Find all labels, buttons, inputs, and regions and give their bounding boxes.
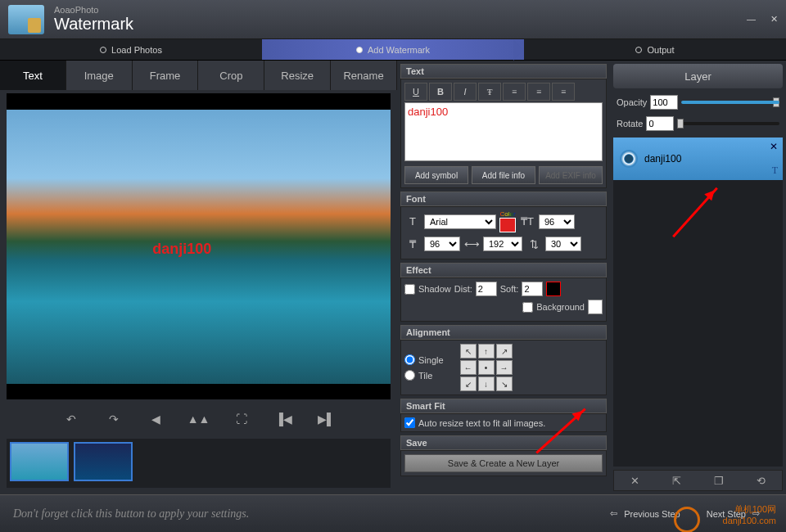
font-h-select[interactable]: 96: [424, 237, 460, 251]
align-center-button[interactable]: ≡: [527, 83, 550, 101]
shadow-dist-input[interactable]: [476, 282, 497, 296]
watermark-text-input[interactable]: danji100: [404, 102, 603, 161]
shadow-color-swatch[interactable]: [546, 282, 561, 296]
step-nav: Load Photos Add Watermark Output: [0, 39, 786, 61]
preview-area: danji100: [7, 93, 391, 399]
line-h-select[interactable]: 30: [545, 237, 581, 251]
font-height-icon: ₸: [404, 236, 421, 252]
tab-resize[interactable]: Resize: [264, 61, 331, 90]
strikethrough-button[interactable]: Ŧ: [478, 83, 501, 101]
align-right-button[interactable]: ≡: [552, 83, 575, 101]
tab-text[interactable]: Text: [0, 61, 66, 90]
align-r[interactable]: →: [496, 360, 513, 375]
align-tr[interactable]: ↗: [496, 344, 513, 358]
flip-v-icon[interactable]: ▲▲: [190, 410, 208, 428]
layer-export-button[interactable]: ⇱: [672, 475, 681, 487]
opacity-input[interactable]: [650, 95, 678, 110]
site-logo-icon: [674, 507, 700, 532]
auto-resize-checkbox[interactable]: Auto resize text to fit all images.: [404, 417, 603, 428]
tab-image[interactable]: Image: [66, 61, 133, 90]
italic-button[interactable]: I: [454, 83, 477, 101]
font-size-icon: ₸T: [519, 214, 535, 230]
app-logo: [8, 5, 44, 34]
font-family-select[interactable]: Arial: [424, 214, 496, 229]
brand-name: AoaoPhoto: [54, 5, 747, 15]
font-family-icon: T: [404, 214, 421, 230]
rotate-slider[interactable]: [677, 122, 779, 125]
align-l[interactable]: ←: [460, 360, 477, 375]
fullscreen-icon[interactable]: ⛶: [233, 410, 251, 428]
layer-type-icon: T: [772, 165, 778, 177]
next-image-icon[interactable]: ▶▌: [318, 410, 336, 428]
layer-tools: ✕ ⇱ ❐ ⟲: [613, 470, 783, 491]
thumbnail-strip: [7, 439, 391, 488]
next-step-button[interactable]: Next Step⇨ 单机100网 danji100.com: [693, 508, 773, 519]
minimize-icon[interactable]: —: [747, 14, 756, 25]
align-tile-radio[interactable]: Tile: [404, 370, 444, 381]
shadow-soft-input[interactable]: [522, 282, 543, 296]
font-width-icon: ⟷: [463, 236, 480, 252]
opacity-slider[interactable]: [681, 101, 779, 104]
align-left-button[interactable]: ≡: [503, 83, 526, 101]
layer-duplicate-button[interactable]: ❐: [714, 475, 724, 487]
shadow-checkbox[interactable]: Shadow: [404, 284, 451, 295]
align-bl[interactable]: ↙: [460, 376, 477, 391]
preview-image: danji100: [7, 110, 391, 384]
align-b[interactable]: ↓: [478, 376, 495, 391]
tab-frame[interactable]: Frame: [133, 61, 199, 90]
align-c[interactable]: •: [478, 360, 495, 375]
footer: Don't forget click this button to apply …: [0, 494, 786, 532]
app-name: Watermark: [54, 15, 747, 34]
tab-crop[interactable]: Crop: [198, 61, 264, 90]
section-effect-header: Effect: [400, 263, 607, 277]
step-output[interactable]: Output: [524, 39, 786, 60]
rotate-input[interactable]: [646, 116, 674, 131]
thumbnail[interactable]: [10, 442, 69, 481]
step-add-watermark[interactable]: Add Watermark: [262, 39, 524, 60]
section-smartfit-header: Smart Fit: [400, 399, 607, 413]
flip-h-icon[interactable]: ◀: [147, 410, 165, 428]
visibility-icon[interactable]: [620, 150, 638, 168]
bold-button[interactable]: B: [429, 83, 452, 101]
section-font-header: Font: [400, 192, 607, 206]
line-height-icon: ⇅: [526, 236, 542, 252]
layer-panel-header: Layer: [613, 64, 783, 88]
layer-import-button[interactable]: ⟲: [757, 475, 766, 487]
rotate-right-icon[interactable]: ↷: [105, 410, 123, 428]
watermark-overlay[interactable]: danji100: [152, 241, 211, 258]
layer-list: danji100 ✕ T: [613, 138, 783, 467]
alignment-grid: ↖↑↗ ←•→ ↙↓↘: [460, 344, 513, 391]
annotation-arrow: [672, 187, 718, 237]
step-load[interactable]: Load Photos: [0, 39, 262, 60]
section-text-header: Text: [400, 64, 607, 79]
add-symbol-button[interactable]: Add symbol: [404, 166, 468, 184]
prev-image-icon[interactable]: ▐◀: [275, 410, 293, 428]
arrow-left-icon: ⇦: [610, 508, 617, 519]
font-color-swatch[interactable]: [499, 218, 516, 232]
align-tl[interactable]: ↖: [460, 344, 477, 358]
font-size-select[interactable]: 96: [539, 214, 575, 229]
bg-color-swatch[interactable]: [588, 300, 603, 314]
align-t[interactable]: ↑: [478, 344, 495, 358]
layer-item[interactable]: danji100 ✕ T: [613, 138, 783, 180]
tab-rename[interactable]: Rename: [331, 61, 397, 90]
add-file-info-button[interactable]: Add file info: [472, 166, 535, 184]
preview-controls: ↶ ↷ ◀ ▲▲ ⛶ ▐◀ ▶▌: [0, 406, 397, 432]
add-exif-button: Add EXIF info: [539, 166, 603, 184]
underline-button[interactable]: U: [404, 83, 427, 101]
tool-tabs: Text Image Frame Crop Resize Rename: [0, 61, 397, 90]
align-single-radio[interactable]: Single: [404, 354, 444, 365]
save-layer-button[interactable]: Save & Create a New Layer: [404, 454, 603, 472]
section-alignment-header: Alignment: [400, 325, 607, 340]
footer-hint: Don't forget click this button to apply …: [13, 507, 597, 521]
thumbnail[interactable]: [74, 442, 133, 481]
align-br[interactable]: ↘: [496, 376, 513, 391]
background-checkbox[interactable]: Background: [522, 302, 585, 313]
section-save-header: Save: [400, 435, 607, 450]
font-w-select[interactable]: 192: [483, 237, 522, 251]
rotate-left-icon[interactable]: ↶: [62, 410, 80, 428]
layer-delete-icon[interactable]: ✕: [770, 141, 778, 152]
layer-delete-button[interactable]: ✕: [630, 475, 639, 487]
titlebar: AoaoPhoto Watermark — ✕: [0, 0, 786, 39]
close-icon[interactable]: ✕: [770, 14, 778, 25]
